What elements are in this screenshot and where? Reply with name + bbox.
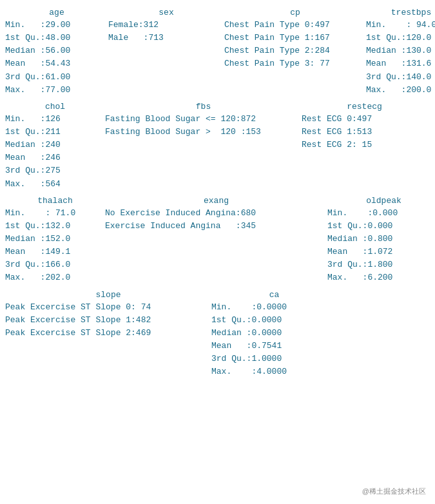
col-section2-0: cholMin. :1261st Qu.:211Median :240Mean … (5, 101, 105, 192)
col-section3-2: oldpeakMin. :0.0001st Qu.:0.000Median :0… (327, 195, 435, 286)
col-section1-3: trestbpsMin. : 94.01st Qu.:120.0Median :… (366, 6, 435, 98)
data-row: Max. :564 (5, 178, 105, 191)
data-row: Rest ECG 0:497 (302, 113, 427, 126)
col-section2-1: fbsFasting Blood Sugar <= 120:872Fasting… (105, 101, 302, 192)
data-row: Chest Pain Type 2:284 (224, 44, 366, 57)
col-header-section1-2: cp (224, 8, 366, 17)
data-row: Median :152.0 (5, 233, 105, 246)
data-row: 1st Qu.:48.00 (5, 32, 108, 44)
data-row: Mean :149.1 (5, 246, 105, 258)
col-section3-1: exangNo Exercise Induced Angina:680Exerc… (105, 195, 327, 286)
data-row: 3rd Qu.:1.0000 (211, 353, 337, 365)
data-row: Mean :0.7541 (211, 340, 337, 353)
data-row: Exercise Induced Angina :345 (105, 220, 327, 233)
data-row: Peak Excercise ST Slope 0: 74 (5, 301, 211, 314)
col-section1-2: cpChest Pain Type 0:497Chest Pain Type 1… (224, 6, 366, 98)
section-section1: ageMin. :29.001st Qu.:48.00Median :56.00… (5, 6, 430, 98)
data-row: Mean :54.43 (5, 57, 108, 70)
col-header-section1-3: trestbps (366, 8, 435, 17)
data-row: Median :56.00 (5, 44, 108, 57)
col-header-section2-0: chol (5, 102, 105, 111)
col-header-section3-2: oldpeak (327, 196, 435, 206)
col-header-section3-1: exang (105, 196, 327, 206)
data-row: 1st Qu.:211 (5, 126, 105, 139)
data-row: Median :130.0 (366, 44, 435, 57)
data-row: 3rd Qu.:166.0 (5, 258, 105, 271)
data-row: Min. :126 (5, 113, 105, 126)
data-row: 1st Qu.:120.0 (366, 32, 435, 44)
data-row: Max. :77.00 (5, 84, 108, 97)
data-row: Fasting Blood Sugar <= 120:872 (105, 113, 302, 126)
data-row: Fasting Blood Sugar > 120 :153 (105, 126, 302, 139)
data-row: Max. :4.0000 (211, 365, 337, 378)
data-row: Male :713 (108, 32, 224, 44)
section-section4: slopePeak Excercise ST Slope 0: 74Peak E… (5, 289, 430, 380)
col-section1-1: sexFemale:312Male :713 (108, 6, 224, 98)
data-row: No Exercise Induced Angina:680 (105, 207, 327, 220)
data-row: Rest ECG 1:513 (302, 126, 427, 139)
col-header-section2-1: fbs (105, 102, 302, 111)
col-header-section1-0: age (5, 8, 108, 17)
data-row: 3rd Qu.:275 (5, 164, 105, 177)
data-row: Min. :29.00 (5, 19, 108, 32)
data-row: Chest Pain Type 1:167 (224, 32, 366, 44)
data-row: Max. :200.0 (366, 84, 435, 97)
col-section3-0: thalachMin. : 71.01st Qu.:132.0Median :1… (5, 195, 105, 286)
data-row: 1st Qu.:0.0000 (211, 314, 337, 327)
col-section1-0: ageMin. :29.001st Qu.:48.00Median :56.00… (5, 6, 108, 98)
col-header-section4-0: slope (5, 290, 211, 300)
section-section2: cholMin. :1261st Qu.:211Median :240Mean … (5, 101, 430, 192)
col-header-section4-1: ca (211, 290, 337, 300)
data-row: Median :0.0000 (211, 327, 337, 340)
data-row: Chest Pain Type 0:497 (224, 19, 366, 32)
data-row: Peak Excercise ST Slope 2:469 (5, 327, 211, 340)
col-header-section3-0: thalach (5, 196, 105, 206)
data-row: 3rd Qu.:140.0 (366, 71, 435, 84)
data-row: Chest Pain Type 3: 77 (224, 57, 366, 70)
data-row: Min. :0.000 (327, 207, 435, 220)
col-section4-1: caMin. :0.00001st Qu.:0.0000Median :0.00… (211, 289, 337, 380)
data-row: Peak Excercise ST Slope 1:482 (5, 314, 211, 327)
data-row: Min. :0.0000 (211, 301, 337, 314)
data-row: 1st Qu.:132.0 (5, 220, 105, 233)
col-header-section1-1: sex (108, 8, 224, 17)
data-row: Min. : 94.0 (366, 19, 435, 32)
data-row: Mean :246 (5, 151, 105, 164)
data-row: Rest ECG 2: 15 (302, 139, 427, 151)
data-row: Mean :131.6 (366, 57, 435, 70)
col-header-section2-2: restecg (302, 102, 427, 111)
col-section4-0: slopePeak Excercise ST Slope 0: 74Peak E… (5, 289, 211, 380)
col-section2-2: restecgRest ECG 0:497Rest ECG 1:513Rest … (302, 101, 427, 192)
data-row: Max. :202.0 (5, 271, 105, 284)
data-row: 3rd Qu.:61.00 (5, 71, 108, 84)
data-row: Female:312 (108, 19, 224, 32)
watermark: @稀土掘金技术社区 (362, 487, 426, 496)
data-row: Max. :6.200 (327, 271, 435, 284)
data-row: 3rd Qu.:1.800 (327, 258, 435, 271)
data-row: Median :240 (5, 139, 105, 151)
data-row: 1st Qu.:0.000 (327, 220, 435, 233)
data-row: Mean :1.072 (327, 246, 435, 258)
data-row: Median :0.800 (327, 233, 435, 246)
data-row: Min. : 71.0 (5, 207, 105, 220)
section-section3: thalachMin. : 71.01st Qu.:132.0Median :1… (5, 195, 430, 286)
